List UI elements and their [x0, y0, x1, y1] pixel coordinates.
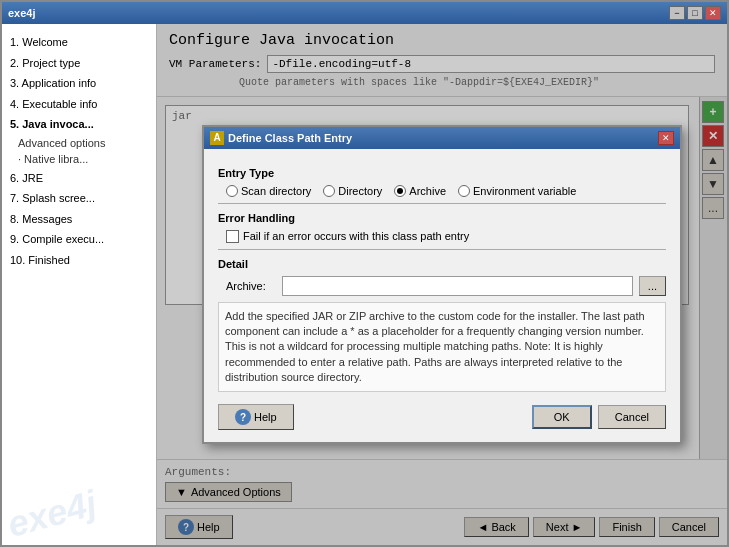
modal-title-label: Define Class Path Entry: [228, 132, 352, 144]
sidebar: 1. Welcome 2. Project type 3. Applicatio…: [2, 24, 157, 545]
radio-directory-btn[interactable]: [323, 185, 335, 197]
modal-cancel-button[interactable]: Cancel: [598, 405, 666, 429]
window-close-button[interactable]: ✕: [705, 6, 721, 20]
modal-icon: A: [210, 131, 224, 145]
radio-directory-label: Directory: [338, 185, 382, 197]
title-bar-buttons: − □ ✕: [669, 6, 721, 20]
sidebar-item-jre[interactable]: 6. JRE: [6, 168, 152, 189]
radio-env-btn[interactable]: [458, 185, 470, 197]
sidebar-item-splash[interactable]: 7. Splash scree...: [6, 188, 152, 209]
radio-env-label: Environment variable: [473, 185, 576, 197]
modal-buttons: ? Help OK Cancel: [218, 400, 666, 432]
radio-scan-btn[interactable]: [226, 185, 238, 197]
radio-scan[interactable]: Scan directory: [226, 185, 311, 197]
sidebar-item-welcome[interactable]: 1. Welcome: [6, 32, 152, 53]
error-checkbox[interactable]: [226, 230, 239, 243]
main-window: exe4j − □ ✕ 1. Welcome 2. Project type 3…: [0, 0, 729, 547]
entry-type-label: Entry Type: [218, 167, 666, 179]
detail-label: Detail: [218, 258, 666, 270]
error-handling-label: Error Handling: [218, 212, 666, 224]
sidebar-item-appinfo[interactable]: 3. Application info: [6, 73, 152, 94]
modal-close-button[interactable]: ✕: [658, 131, 674, 145]
sidebar-item-project[interactable]: 2. Project type: [6, 53, 152, 74]
sidebar-item-messages[interactable]: 8. Messages: [6, 209, 152, 230]
radio-scan-label: Scan directory: [241, 185, 311, 197]
modal-body: Entry Type Scan directory Directory: [204, 149, 680, 443]
modal-help-button[interactable]: ? Help: [218, 404, 294, 430]
entry-type-options: Scan directory Directory Archive: [226, 185, 666, 197]
window-title: exe4j: [8, 7, 36, 19]
sidebar-item-native-libs[interactable]: · Native libra...: [6, 151, 152, 168]
separator2: [218, 249, 666, 250]
error-checkbox-label: Fail if an error occurs with this class …: [243, 230, 469, 242]
archive-label: Archive:: [226, 280, 276, 292]
modal-help-icon: ?: [235, 409, 251, 425]
separator1: [218, 203, 666, 204]
radio-directory[interactable]: Directory: [323, 185, 382, 197]
archive-description: Add the specified JAR or ZIP archive to …: [218, 302, 666, 393]
modal-title-bar: A Define Class Path Entry ✕: [204, 127, 680, 149]
sidebar-item-compile[interactable]: 9. Compile execu...: [6, 229, 152, 250]
maximize-button[interactable]: □: [687, 6, 703, 20]
main-content: 1. Welcome 2. Project type 3. Applicatio…: [2, 24, 727, 545]
minimize-button[interactable]: −: [669, 6, 685, 20]
modal-ok-button[interactable]: OK: [532, 405, 592, 429]
sidebar-watermark: exe4j: [3, 482, 101, 545]
sidebar-item-advanced-options[interactable]: Advanced options: [6, 135, 152, 152]
modal-title-text: A Define Class Path Entry: [210, 131, 352, 145]
modal-help-label: Help: [254, 411, 277, 423]
right-panel: Configure Java invocation VM Parameters:…: [157, 24, 727, 545]
sidebar-item-executable[interactable]: 4. Executable info: [6, 94, 152, 115]
modal-overlay: A Define Class Path Entry ✕ Entry Type S: [157, 24, 727, 545]
archive-input[interactable]: [282, 276, 633, 296]
radio-archive-btn[interactable]: [394, 185, 406, 197]
detail-section: Detail Archive: ... Add the specified JA…: [218, 258, 666, 393]
radio-archive-label: Archive: [409, 185, 446, 197]
radio-archive[interactable]: Archive: [394, 185, 446, 197]
sidebar-item-java[interactable]: 5. Java invoca...: [6, 114, 152, 135]
error-handling-row[interactable]: Fail if an error occurs with this class …: [226, 230, 666, 243]
title-bar: exe4j − □ ✕: [2, 2, 727, 24]
archive-row: Archive: ...: [226, 276, 666, 296]
define-classpath-dialog: A Define Class Path Entry ✕ Entry Type S: [202, 125, 682, 445]
radio-env[interactable]: Environment variable: [458, 185, 576, 197]
sidebar-item-finished[interactable]: 10. Finished: [6, 250, 152, 271]
archive-browse-button[interactable]: ...: [639, 276, 666, 296]
modal-action-buttons: OK Cancel: [532, 405, 666, 429]
